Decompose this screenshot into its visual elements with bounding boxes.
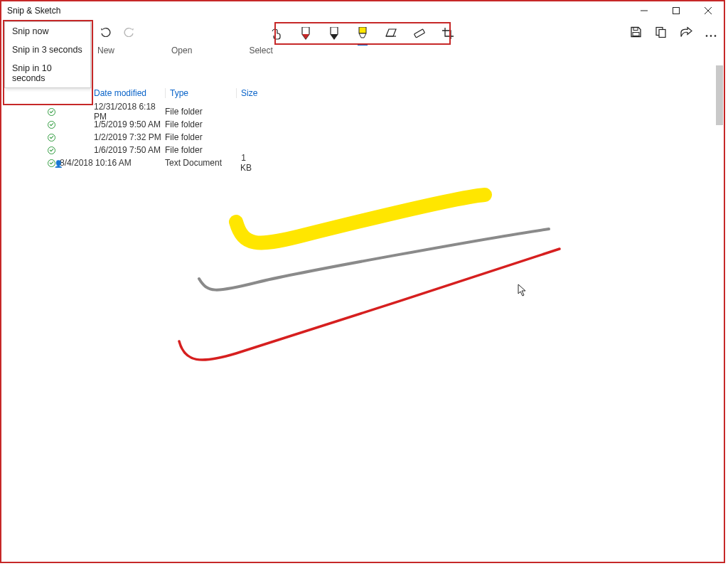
sync-status-icon xyxy=(43,146,60,154)
col-date[interactable]: Date modified xyxy=(94,88,165,98)
menu-snip-now[interactable]: Snip now xyxy=(5,22,90,41)
drawing-canvas[interactable] xyxy=(1,1,727,565)
scrollbar-thumb[interactable] xyxy=(716,65,723,125)
menu-snip-3s[interactable]: Snip in 3 seconds xyxy=(5,41,90,59)
file-column-headers: Date modified Type Size xyxy=(94,88,279,98)
table-row[interactable]: 1/5/2019 9:50 AM File folder xyxy=(43,118,283,131)
bg-label-select: Select xyxy=(249,46,272,55)
table-row[interactable]: 👤 8/4/2018 10:16 AM Text Document 1 KB xyxy=(43,156,283,169)
bg-label-open: Open xyxy=(171,46,192,55)
bg-label-new: New xyxy=(97,46,114,55)
table-row[interactable]: 1/2/2019 7:32 PM File folder xyxy=(43,131,283,144)
cursor-icon xyxy=(518,284,528,299)
menu-snip-10s[interactable]: Snip in 10 seconds xyxy=(5,59,90,87)
sync-status-icon xyxy=(43,134,60,142)
table-row[interactable]: 1/6/2019 7:50 AM File folder xyxy=(43,144,283,156)
col-type[interactable]: Type xyxy=(165,88,236,98)
table-row[interactable]: 12/31/2018 6:18 PM File folder xyxy=(43,105,283,118)
sync-status-icon xyxy=(43,108,60,116)
sync-status-icon xyxy=(43,121,60,129)
vertical-scrollbar[interactable] xyxy=(715,65,724,560)
new-snip-menu: Snip now Snip in 3 seconds Snip in 10 se… xyxy=(4,21,91,88)
file-list: 12/31/2018 6:18 PM File folder 1/5/2019 … xyxy=(43,105,283,169)
col-size[interactable]: Size xyxy=(236,88,279,98)
